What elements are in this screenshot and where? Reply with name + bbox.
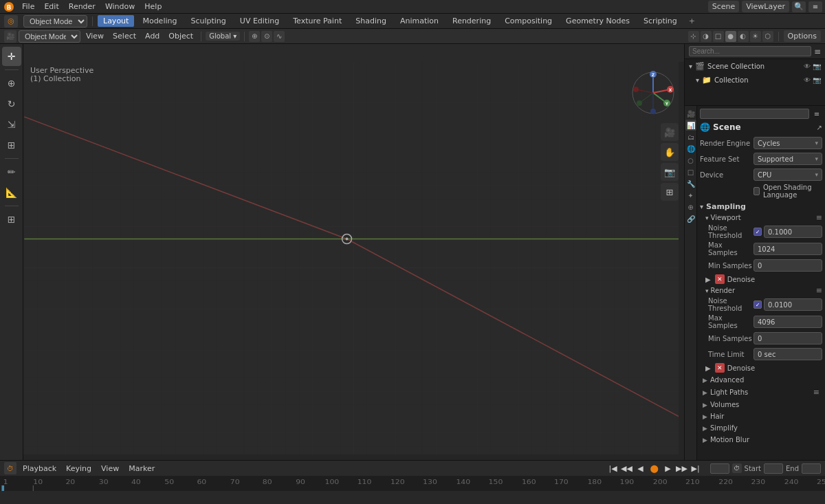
start-frame-input[interactable]: 1 [764,463,783,474]
render-icon[interactable]: 📷 [813,63,821,70]
tab-uv-editing[interactable]: UV Editing [234,15,285,27]
current-frame-input[interactable]: 1 [710,463,729,474]
eye-icon[interactable]: 👁 [804,63,811,70]
pan-btn[interactable]: ✋ [661,143,679,161]
render-max-samples-value[interactable]: 4096 [754,316,822,328]
outliner-filter-icon[interactable]: ≡ [814,47,821,56]
render-subsection-header[interactable]: ▾ Render ≡ [700,286,822,295]
clock-icon[interactable]: ⏱ [732,463,742,473]
tab-scene[interactable]: 🌐 [685,143,696,154]
play-back-btn[interactable]: ◀ [635,462,647,474]
move-btn[interactable]: 📷 [661,163,679,181]
tab-texture-paint[interactable]: Texture Paint [287,15,347,27]
tab-render[interactable]: 🎥 [685,108,696,119]
props-search-input[interactable] [700,109,809,119]
snap-toggle[interactable]: ⊕ [249,31,260,42]
3d-viewport[interactable]: User Perspective (1) Collection Z Y X [23,44,684,460]
add-workspace-button[interactable]: + [685,15,698,27]
coll-render-icon[interactable]: 📷 [813,76,821,84]
timeline-icon[interactable]: ⏱ [4,462,16,474]
viewport-max-samples-value[interactable]: 1024 [754,243,822,255]
tab-object[interactable]: □ [685,166,696,177]
menu-file[interactable]: File [18,1,38,12]
render-denoise-toggle[interactable]: ✕ [715,363,725,373]
view-icon[interactable]: 🎥 [4,30,16,43]
proportional2-toggle[interactable]: ∿ [274,31,285,42]
viewport-subsection-header[interactable]: ▾ Viewport ≡ [700,213,822,222]
motion-blur-section[interactable]: ▶ Motion Blur [700,435,822,445]
tool-rotate[interactable]: ↻ [2,94,21,113]
render-noise-threshold-checkbox[interactable]: ✓ [754,300,762,309]
tab-modifiers[interactable]: 🔧 [685,178,696,189]
tab-view-layer[interactable]: 🗂 [685,131,696,142]
scene-selector[interactable]: Scene [708,1,740,12]
sampling-section-header[interactable]: ▾ Sampling [700,202,822,211]
tab-scripting[interactable]: Scripting [638,15,683,27]
viewport-mode-select[interactable]: Object Mode [19,30,80,43]
volumes-section[interactable]: ▶ Volumes [700,399,822,410]
object-mode-select[interactable]: Object Mode [23,15,87,28]
tool-move[interactable]: ⊕ [2,74,21,93]
render-noise-threshold-value[interactable]: 0.0100 [764,298,822,311]
shading-solid[interactable]: ● [725,31,736,42]
feature-set-select[interactable]: Supported ▾ [754,153,822,165]
jump-start-btn[interactable]: |◀ [607,462,619,474]
tab-modeling[interactable]: Modeling [137,15,182,27]
tab-world[interactable]: ○ [685,155,696,166]
advanced-section[interactable]: ▶ Advanced [700,375,822,385]
play-btn[interactable]: ▶ [662,462,674,474]
tab-layout[interactable]: Layout [98,15,134,27]
proportional-toggle[interactable]: ⊙ [261,31,272,42]
render-denoise-arrow[interactable]: ▶ [705,364,711,372]
filter-icon[interactable]: ≡ [808,1,822,12]
hair-section[interactable]: ▶ Hair [700,411,822,421]
outliner-scene-collection[interactable]: ▾ 🎬 Scene Collection 👁 📷 [685,59,825,73]
keying-menu[interactable]: Keying [63,463,95,474]
coll-eye-icon[interactable]: 👁 [804,76,811,84]
simplify-section[interactable]: ▶ Simplify [700,423,822,433]
props-expand-icon[interactable]: ↗ [817,124,822,131]
tab-physics[interactable]: ⊕ [685,201,696,212]
shading-rendered[interactable]: ☀ [750,31,761,42]
playback-menu[interactable]: Playback [19,463,60,474]
grid-btn[interactable]: ⊞ [661,183,679,201]
shading-material[interactable]: ◐ [738,31,749,42]
render-min-samples-value[interactable]: 0 [754,332,822,344]
viewport-min-samples-value[interactable]: 0 [754,259,822,272]
gizmo-toggle[interactable]: ⊹ [688,31,699,42]
menu-render[interactable]: Render [65,1,100,12]
viewport-select-menu[interactable]: Select [109,30,140,42]
viewport-denoise-arrow[interactable]: ▶ [705,276,711,283]
viewport-scrollbar-horizontal[interactable] [23,454,684,460]
props-filter-icon[interactable]: ≡ [811,110,822,118]
overlay-toggle[interactable]: ◑ [701,31,712,42]
navigation-gizmo[interactable]: Z Y X [629,69,677,117]
viewport-subsection-menu[interactable]: ≡ [816,213,822,222]
stop-btn[interactable]: ⬤ [648,462,661,474]
menu-help[interactable]: Help [140,1,166,12]
viewlayer-selector[interactable]: ViewLayer [742,1,789,12]
tool-annotate[interactable]: ✏ [2,162,21,182]
menu-edit[interactable]: Edit [40,1,63,12]
viewport-canvas[interactable] [23,62,684,460]
viewport-scrollbar-vertical[interactable] [679,62,684,454]
tab-sculpting[interactable]: Sculpting [185,15,231,27]
light-paths-section[interactable]: ▶ Light Paths ≡ [700,386,822,398]
tool-cursor[interactable]: ✛ [2,47,21,66]
tab-geometry-nodes[interactable]: Geometry Nodes [560,15,635,27]
tab-constraints[interactable]: 🔗 [685,213,696,224]
tab-compositing[interactable]: Compositing [499,15,558,27]
viewport-noise-threshold-value[interactable]: 0.1000 [764,226,822,238]
tab-rendering[interactable]: Rendering [447,15,496,27]
search-scene-icon[interactable]: 🔍 [792,1,806,12]
shading-eevee[interactable]: ⬡ [762,31,773,42]
render-time-limit-value[interactable]: 0 sec [754,348,822,360]
render-engine-select[interactable]: Cycles ▾ [754,137,822,149]
timeline-view-menu[interactable]: View [98,463,122,474]
marker-menu[interactable]: Marker [125,463,158,474]
blender-small-logo[interactable]: ◎ [4,15,18,28]
step-forward-btn[interactable]: ▶▶ [676,462,688,474]
open-shading-checkbox[interactable] [754,187,760,195]
render-subsection-menu[interactable]: ≡ [816,286,822,295]
viewport-view-menu[interactable]: View [82,30,107,42]
